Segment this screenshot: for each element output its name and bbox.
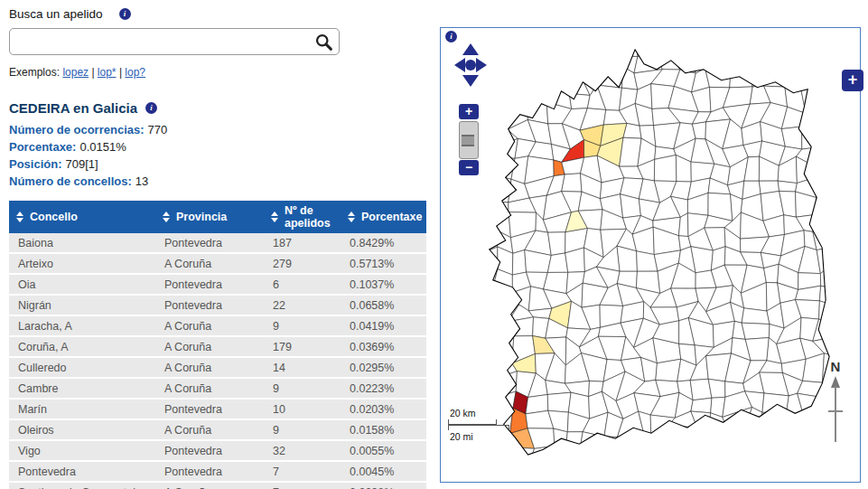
concello-polygon[interactable] (832, 93, 850, 102)
concello-polygon[interactable] (508, 464, 537, 482)
concello-polygon[interactable] (762, 393, 789, 413)
example-link[interactable]: lop? (125, 66, 145, 79)
concello-polygon[interactable] (856, 304, 860, 323)
concello-polygon[interactable] (849, 246, 860, 271)
concello-polygon[interactable] (745, 55, 769, 70)
concello-polygon[interactable] (490, 467, 512, 482)
concello-polygon[interactable] (859, 452, 860, 470)
concello-polygon[interactable] (857, 200, 860, 217)
pan-center-icon[interactable] (465, 60, 476, 71)
concello-polygon[interactable] (803, 445, 824, 462)
search-icon[interactable] (314, 33, 333, 52)
concello-polygon[interactable] (489, 157, 515, 179)
concello-polygon[interactable] (476, 146, 495, 164)
concello-polygon[interactable] (567, 71, 590, 96)
concello-polygon[interactable] (691, 411, 711, 437)
concello-polygon[interactable] (706, 464, 733, 482)
concello-polygon[interactable] (723, 52, 748, 71)
concello-polygon[interactable] (802, 107, 821, 127)
concello-polygon[interactable] (723, 30, 744, 59)
concello-polygon[interactable] (835, 175, 857, 202)
column-header[interactable]: Nº de apelidos (264, 201, 341, 233)
concello-polygon[interactable] (851, 434, 860, 456)
concello-polygon[interactable] (673, 36, 692, 58)
concello-polygon[interactable] (690, 464, 713, 481)
concello-polygon[interactable] (565, 448, 583, 466)
concello-polygon[interactable] (509, 317, 534, 336)
concello-polygon[interactable] (837, 142, 853, 155)
info-icon[interactable]: i (445, 31, 457, 42)
concello-polygon[interactable] (835, 200, 860, 214)
concello-polygon[interactable] (817, 102, 840, 130)
concello-polygon[interactable] (472, 337, 496, 365)
concello-polygon[interactable] (743, 30, 769, 59)
zoom-out-button[interactable]: − (459, 160, 479, 175)
concello-polygon[interactable] (580, 52, 605, 78)
concello-polygon[interactable] (490, 138, 518, 158)
concello-polygon[interactable] (798, 462, 825, 482)
concello-polygon[interactable] (525, 84, 555, 102)
concello-polygon[interactable] (491, 102, 508, 131)
concello-polygon[interactable] (813, 155, 842, 178)
concello-polygon[interactable] (688, 39, 714, 55)
concello-polygon[interactable] (686, 444, 712, 474)
concello-polygon[interactable] (854, 339, 860, 362)
pan-right-icon[interactable] (476, 58, 487, 72)
concello-polygon[interactable] (853, 155, 860, 184)
concello-polygon[interactable] (528, 464, 555, 482)
column-header[interactable]: Porcentaxe (341, 201, 426, 233)
info-icon[interactable]: i (119, 8, 131, 20)
concello-polygon[interactable] (712, 444, 733, 466)
concello-polygon[interactable] (509, 35, 533, 53)
concello-polygon[interactable] (817, 175, 843, 203)
pan-control[interactable] (453, 42, 489, 88)
concello-polygon[interactable] (477, 247, 498, 270)
concello-polygon[interactable] (849, 270, 860, 291)
concello-polygon[interactable] (566, 52, 591, 73)
concello-polygon[interactable] (602, 52, 623, 78)
concello-polygon[interactable] (832, 247, 859, 270)
search-input[interactable] (15, 33, 314, 50)
concello-polygon[interactable] (840, 155, 854, 178)
concello-polygon[interactable] (472, 306, 500, 327)
concello-polygon[interactable] (833, 304, 857, 323)
info-icon[interactable]: i (145, 102, 157, 114)
concello-polygon[interactable] (474, 321, 496, 345)
concello-polygon[interactable] (534, 48, 551, 78)
concello-polygon[interactable] (733, 465, 752, 482)
concello-polygon[interactable] (797, 156, 822, 183)
concello-polygon[interactable] (550, 48, 568, 73)
concello-polygon[interactable] (472, 361, 500, 380)
concello-polygon[interactable] (813, 214, 842, 232)
concello-polygon[interactable] (472, 453, 499, 467)
concello-polygon[interactable] (509, 73, 536, 94)
concello-polygon[interactable] (674, 444, 690, 474)
concello-polygon[interactable] (547, 392, 571, 412)
concello-polygon[interactable] (832, 211, 860, 230)
concello-polygon[interactable] (812, 65, 839, 93)
concello-polygon[interactable] (817, 198, 842, 215)
concello-polygon[interactable] (761, 428, 788, 452)
concello-polygon[interactable] (618, 452, 639, 466)
concello-polygon[interactable] (686, 428, 712, 444)
example-link[interactable]: lop* (98, 66, 117, 79)
concello-polygon[interactable] (476, 219, 494, 231)
concello-polygon[interactable] (817, 31, 841, 58)
concello-polygon[interactable] (654, 31, 676, 58)
concello-polygon[interactable] (493, 202, 509, 219)
concello-polygon[interactable] (602, 31, 617, 56)
concello-polygon[interactable] (742, 323, 770, 339)
concello-polygon[interactable] (691, 398, 712, 413)
concello-polygon[interactable] (779, 428, 806, 452)
concello-polygon[interactable] (705, 52, 731, 71)
concello-polygon[interactable] (472, 173, 499, 202)
concello-polygon[interactable] (472, 464, 492, 482)
concello-polygon[interactable] (632, 432, 650, 454)
concello-polygon[interactable] (852, 377, 860, 400)
concello-polygon[interactable] (492, 447, 515, 469)
concello-polygon[interactable] (832, 265, 857, 288)
concello-polygon[interactable] (804, 413, 817, 437)
concello-polygon[interactable] (668, 425, 697, 453)
concello-polygon[interactable] (495, 89, 509, 110)
concello-polygon[interactable] (583, 465, 608, 482)
